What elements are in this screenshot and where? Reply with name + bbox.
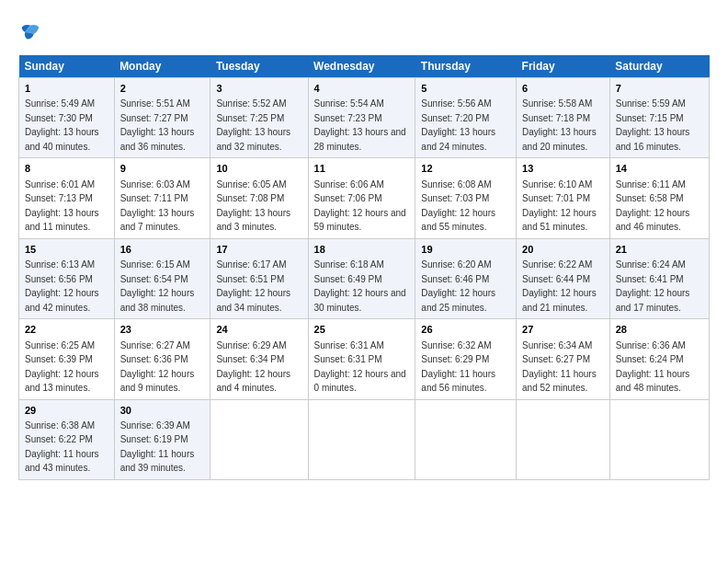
cell-info: Sunrise: 6:36 AMSunset: 6:24 PMDaylight:… bbox=[616, 340, 690, 394]
day-number: 23 bbox=[120, 323, 205, 337]
calendar-table: SundayMondayTuesdayWednesdayThursdayFrid… bbox=[18, 55, 710, 480]
page: SundayMondayTuesdayWednesdayThursdayFrid… bbox=[0, 0, 728, 489]
calendar-cell: 18 Sunrise: 6:18 AMSunset: 6:49 PMDaylig… bbox=[308, 238, 415, 318]
calendar-cell bbox=[210, 399, 308, 479]
cell-info: Sunrise: 6:15 AMSunset: 6:54 PMDaylight:… bbox=[120, 259, 195, 313]
calendar-cell: 12 Sunrise: 6:08 AMSunset: 7:03 PMDaylig… bbox=[415, 158, 517, 238]
calendar-cell: 2 Sunrise: 5:51 AMSunset: 7:27 PMDayligh… bbox=[114, 78, 210, 158]
calendar-cell bbox=[609, 399, 709, 479]
cell-info: Sunrise: 6:01 AMSunset: 7:13 PMDaylight:… bbox=[25, 179, 99, 233]
calendar-cell: 23 Sunrise: 6:27 AMSunset: 6:36 PMDaylig… bbox=[114, 319, 210, 399]
day-number: 14 bbox=[616, 162, 703, 176]
cell-info: Sunrise: 6:05 AMSunset: 7:08 PMDaylight:… bbox=[216, 179, 290, 233]
calendar-cell: 19 Sunrise: 6:20 AMSunset: 6:46 PMDaylig… bbox=[415, 238, 517, 318]
cell-info: Sunrise: 6:17 AMSunset: 6:51 PMDaylight:… bbox=[216, 259, 290, 313]
calendar-cell: 27 Sunrise: 6:34 AMSunset: 6:27 PMDaylig… bbox=[517, 319, 610, 399]
calendar-week-row: 29 Sunrise: 6:38 AMSunset: 6:22 PMDaylig… bbox=[19, 399, 710, 479]
day-number: 5 bbox=[421, 82, 510, 96]
day-number: 21 bbox=[616, 243, 703, 257]
cell-info: Sunrise: 6:11 AMSunset: 6:58 PMDaylight:… bbox=[616, 179, 690, 233]
day-number: 29 bbox=[25, 404, 108, 418]
calendar-cell: 28 Sunrise: 6:36 AMSunset: 6:24 PMDaylig… bbox=[609, 319, 709, 399]
cell-info: Sunrise: 5:56 AMSunset: 7:20 PMDaylight:… bbox=[421, 98, 495, 152]
cell-info: Sunrise: 6:29 AMSunset: 6:34 PMDaylight:… bbox=[216, 340, 290, 394]
header bbox=[18, 17, 710, 46]
calendar-cell: 9 Sunrise: 6:03 AMSunset: 7:11 PMDayligh… bbox=[114, 158, 210, 238]
calendar-cell: 6 Sunrise: 5:58 AMSunset: 7:18 PMDayligh… bbox=[517, 78, 610, 158]
cell-info: Sunrise: 6:32 AMSunset: 6:29 PMDaylight:… bbox=[421, 340, 495, 394]
calendar-cell: 20 Sunrise: 6:22 AMSunset: 6:44 PMDaylig… bbox=[517, 238, 610, 318]
weekday-header: Friday bbox=[517, 55, 610, 78]
calendar-cell: 29 Sunrise: 6:38 AMSunset: 6:22 PMDaylig… bbox=[19, 399, 115, 479]
day-number: 20 bbox=[522, 243, 604, 257]
calendar-week-row: 22 Sunrise: 6:25 AMSunset: 6:39 PMDaylig… bbox=[19, 319, 710, 399]
calendar-cell: 1 Sunrise: 5:49 AMSunset: 7:30 PMDayligh… bbox=[19, 78, 115, 158]
cell-info: Sunrise: 6:25 AMSunset: 6:39 PMDaylight:… bbox=[25, 340, 99, 394]
cell-info: Sunrise: 6:03 AMSunset: 7:11 PMDaylight:… bbox=[120, 179, 195, 233]
calendar-cell: 16 Sunrise: 6:15 AMSunset: 6:54 PMDaylig… bbox=[114, 238, 210, 318]
cell-info: Sunrise: 5:59 AMSunset: 7:15 PMDaylight:… bbox=[616, 98, 690, 152]
logo-icon bbox=[18, 20, 44, 46]
day-number: 15 bbox=[25, 243, 108, 257]
day-number: 27 bbox=[522, 323, 604, 337]
cell-info: Sunrise: 6:18 AMSunset: 6:49 PMDaylight:… bbox=[314, 259, 406, 313]
day-number: 6 bbox=[522, 82, 604, 96]
calendar-cell: 26 Sunrise: 6:32 AMSunset: 6:29 PMDaylig… bbox=[415, 319, 517, 399]
weekday-header: Thursday bbox=[415, 55, 517, 78]
calendar-cell: 8 Sunrise: 6:01 AMSunset: 7:13 PMDayligh… bbox=[19, 158, 115, 238]
calendar-cell: 4 Sunrise: 5:54 AMSunset: 7:23 PMDayligh… bbox=[308, 78, 415, 158]
cell-info: Sunrise: 6:38 AMSunset: 6:22 PMDaylight:… bbox=[25, 420, 99, 474]
day-number: 26 bbox=[421, 323, 510, 337]
cell-info: Sunrise: 6:34 AMSunset: 6:27 PMDaylight:… bbox=[522, 340, 597, 394]
day-number: 30 bbox=[120, 404, 205, 418]
day-number: 13 bbox=[522, 162, 604, 176]
cell-info: Sunrise: 6:20 AMSunset: 6:46 PMDaylight:… bbox=[421, 259, 495, 313]
day-number: 19 bbox=[421, 243, 510, 257]
cell-info: Sunrise: 5:49 AMSunset: 7:30 PMDaylight:… bbox=[25, 98, 99, 152]
day-number: 22 bbox=[25, 323, 108, 337]
calendar-cell: 10 Sunrise: 6:05 AMSunset: 7:08 PMDaylig… bbox=[210, 158, 308, 238]
day-number: 11 bbox=[314, 162, 410, 176]
calendar-cell: 25 Sunrise: 6:31 AMSunset: 6:31 PMDaylig… bbox=[308, 319, 415, 399]
day-number: 9 bbox=[120, 162, 205, 176]
calendar-week-row: 15 Sunrise: 6:13 AMSunset: 6:56 PMDaylig… bbox=[19, 238, 710, 318]
calendar-cell: 24 Sunrise: 6:29 AMSunset: 6:34 PMDaylig… bbox=[210, 319, 308, 399]
calendar-cell: 21 Sunrise: 6:24 AMSunset: 6:41 PMDaylig… bbox=[609, 238, 709, 318]
cell-info: Sunrise: 6:13 AMSunset: 6:56 PMDaylight:… bbox=[25, 259, 99, 313]
day-number: 12 bbox=[421, 162, 510, 176]
calendar-cell: 30 Sunrise: 6:39 AMSunset: 6:19 PMDaylig… bbox=[114, 399, 210, 479]
calendar-cell: 15 Sunrise: 6:13 AMSunset: 6:56 PMDaylig… bbox=[19, 238, 115, 318]
cell-info: Sunrise: 5:52 AMSunset: 7:25 PMDaylight:… bbox=[216, 98, 290, 152]
weekday-header: Saturday bbox=[609, 55, 709, 78]
header-row: SundayMondayTuesdayWednesdayThursdayFrid… bbox=[19, 55, 710, 78]
cell-info: Sunrise: 5:54 AMSunset: 7:23 PMDaylight:… bbox=[314, 98, 406, 152]
day-number: 24 bbox=[216, 323, 301, 337]
day-number: 1 bbox=[25, 82, 108, 96]
day-number: 3 bbox=[216, 82, 301, 96]
calendar-cell bbox=[517, 399, 610, 479]
day-number: 7 bbox=[616, 82, 703, 96]
cell-info: Sunrise: 6:31 AMSunset: 6:31 PMDaylight:… bbox=[314, 340, 406, 394]
calendar-week-row: 8 Sunrise: 6:01 AMSunset: 7:13 PMDayligh… bbox=[19, 158, 710, 238]
calendar-cell: 17 Sunrise: 6:17 AMSunset: 6:51 PMDaylig… bbox=[210, 238, 308, 318]
day-number: 10 bbox=[216, 162, 301, 176]
weekday-header: Tuesday bbox=[210, 55, 308, 78]
cell-info: Sunrise: 5:51 AMSunset: 7:27 PMDaylight:… bbox=[120, 98, 195, 152]
cell-info: Sunrise: 6:08 AMSunset: 7:03 PMDaylight:… bbox=[421, 179, 495, 233]
logo bbox=[18, 20, 46, 46]
calendar-cell: 14 Sunrise: 6:11 AMSunset: 6:58 PMDaylig… bbox=[609, 158, 709, 238]
cell-info: Sunrise: 6:27 AMSunset: 6:36 PMDaylight:… bbox=[120, 340, 195, 394]
day-number: 8 bbox=[25, 162, 108, 176]
calendar-week-row: 1 Sunrise: 5:49 AMSunset: 7:30 PMDayligh… bbox=[19, 78, 710, 158]
calendar-cell: 5 Sunrise: 5:56 AMSunset: 7:20 PMDayligh… bbox=[415, 78, 517, 158]
cell-info: Sunrise: 6:22 AMSunset: 6:44 PMDaylight:… bbox=[522, 259, 597, 313]
calendar-cell: 13 Sunrise: 6:10 AMSunset: 7:01 PMDaylig… bbox=[517, 158, 610, 238]
weekday-header: Wednesday bbox=[308, 55, 415, 78]
day-number: 17 bbox=[216, 243, 301, 257]
calendar-cell bbox=[308, 399, 415, 479]
cell-info: Sunrise: 5:58 AMSunset: 7:18 PMDaylight:… bbox=[522, 98, 597, 152]
calendar-cell: 7 Sunrise: 5:59 AMSunset: 7:15 PMDayligh… bbox=[609, 78, 709, 158]
day-number: 16 bbox=[120, 243, 205, 257]
cell-info: Sunrise: 6:06 AMSunset: 7:06 PMDaylight:… bbox=[314, 179, 406, 233]
cell-info: Sunrise: 6:24 AMSunset: 6:41 PMDaylight:… bbox=[616, 259, 690, 313]
